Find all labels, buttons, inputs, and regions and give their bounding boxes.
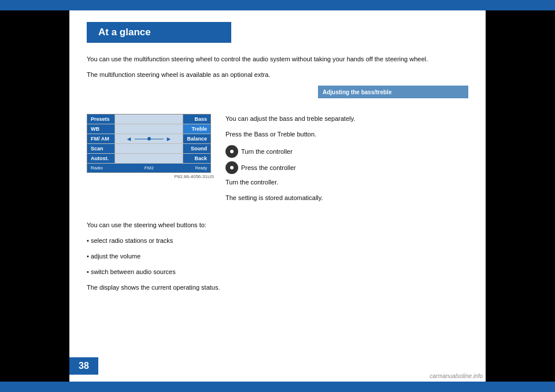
top-bar bbox=[0, 0, 555, 10]
body-paragraph-below: You can use the steering wheel buttons t… bbox=[87, 220, 468, 230]
diagram-center-4 bbox=[115, 144, 183, 153]
arrow-left-icon: ◄ bbox=[126, 135, 132, 142]
right-column bbox=[486, 10, 555, 382]
diagram-row-2: WB Treble bbox=[87, 124, 210, 134]
diagram-center-1 bbox=[115, 114, 183, 124]
page: At a glance You can use the multifunctio… bbox=[0, 0, 555, 392]
sub-heading-label: Adjusting the bass/treble bbox=[323, 89, 391, 95]
arrow-right-icon: ► bbox=[166, 135, 172, 142]
body-paragraph-5: Turn the controller. bbox=[225, 177, 468, 187]
diagram-center-5 bbox=[115, 154, 183, 163]
sound-btn[interactable]: Sound bbox=[183, 144, 210, 153]
icon-label-1: Turn the controller bbox=[241, 147, 293, 157]
body-paragraph-1: You can use the multifunction steering w… bbox=[87, 54, 468, 64]
arrow-line bbox=[135, 139, 164, 139]
left-column bbox=[0, 10, 69, 382]
diagram-column: Presets Bass WB Treble FM/ AM bbox=[87, 114, 214, 209]
back-btn[interactable]: Back bbox=[183, 154, 210, 163]
diagram-row-3: FM/ AM ◄ ► Balance bbox=[87, 134, 210, 144]
page-number: 38 bbox=[69, 357, 98, 375]
diagram-center-arrows: ◄ ► bbox=[115, 134, 183, 143]
diagram-center-2 bbox=[115, 124, 183, 134]
autost-btn[interactable]: Autost. bbox=[87, 154, 115, 163]
treble-btn[interactable]: Treble bbox=[183, 124, 210, 134]
two-column-layout: Presets Bass WB Treble FM/ AM bbox=[87, 114, 468, 209]
bass-btn[interactable]: Bass bbox=[183, 114, 210, 124]
body-paragraph-2: The multifunction steering wheel is avai… bbox=[87, 70, 468, 80]
scan-btn[interactable]: Scan bbox=[87, 144, 115, 153]
status-station: FM2 bbox=[145, 165, 154, 171]
diagram-status-row: Radio FM2 Ready bbox=[87, 164, 210, 172]
balance-btn[interactable]: Balance bbox=[183, 134, 210, 143]
watermark: carmanualsoline.info bbox=[430, 373, 483, 379]
section-header-label: At a glance bbox=[98, 27, 151, 38]
diagram-caption: P82.86-4056-31US bbox=[87, 174, 214, 179]
body-paragraph-6: The setting is stored automatically. bbox=[225, 193, 468, 203]
section-header: At a glance bbox=[87, 22, 231, 43]
status-source: Radio bbox=[91, 165, 103, 171]
body-paragraph-display: The display shows the current operating … bbox=[87, 283, 468, 293]
diagram-row-1: Presets Bass bbox=[87, 114, 210, 124]
body-paragraph-4: Press the Bass or Treble button. bbox=[225, 130, 468, 139]
body-bullet-3: • switch between audio sources bbox=[87, 267, 468, 277]
body-bullet-1: • select radio stations or tracks bbox=[87, 236, 468, 246]
presets-btn[interactable]: Presets bbox=[87, 114, 115, 124]
icon-row-1: Turn the controller bbox=[225, 145, 468, 158]
bottom-bar bbox=[0, 382, 555, 392]
sub-heading-bar: Adjusting the bass/treble bbox=[318, 86, 468, 98]
body-paragraph-3: You can adjust the bass and treble separ… bbox=[225, 114, 468, 124]
turn-controller-icon bbox=[225, 145, 238, 158]
text-column: You can adjust the bass and treble separ… bbox=[225, 114, 468, 209]
body-bullet-2: • adjust the volume bbox=[87, 252, 468, 261]
status-ready: Ready bbox=[195, 166, 207, 170]
main-content: At a glance You can use the multifunctio… bbox=[69, 10, 486, 382]
icon-label-2: Press the controller bbox=[241, 163, 296, 173]
icon-row-2: Press the controller bbox=[225, 161, 468, 174]
diagram-row-4: Scan Sound bbox=[87, 144, 210, 154]
wb-btn[interactable]: WB bbox=[87, 124, 115, 134]
diagram-row-5: Autost. Back bbox=[87, 154, 210, 164]
radio-diagram: Presets Bass WB Treble FM/ AM bbox=[87, 114, 211, 173]
fm-am-btn[interactable]: FM/ AM bbox=[87, 134, 115, 143]
